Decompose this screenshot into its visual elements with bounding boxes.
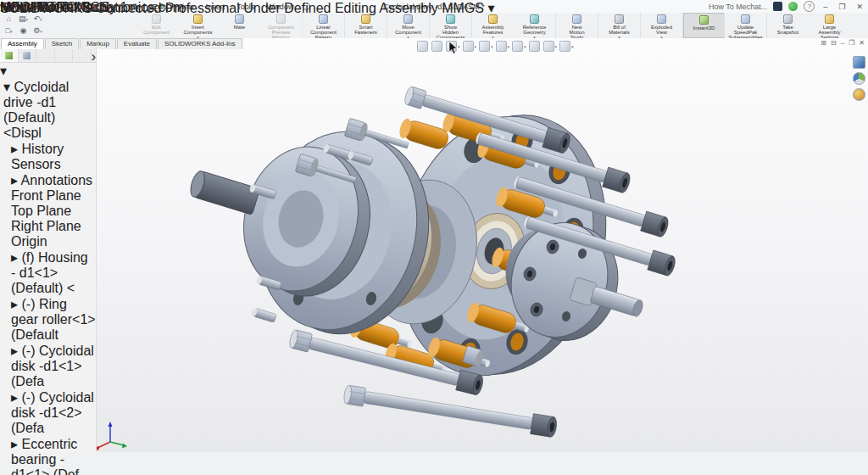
zoom-to-fit-icon[interactable] [417, 41, 429, 52]
section-view-icon[interactable]: ▾ [463, 41, 477, 52]
tree-item[interactable]: ▸ (-) Cycloidal disk -d1<2> (Defa [0, 389, 96, 436]
tree-item[interactable]: ▸ History [0, 141, 96, 157]
new-motion-study-button[interactable]: New Motion Study [556, 13, 598, 38]
propertymanager-icon [23, 52, 31, 59]
panel-tabs-overflow[interactable]: › [92, 49, 96, 62]
mate-button[interactable]: Mate [219, 13, 260, 38]
insert-components-button[interactable]: Insert Components ▾ [177, 13, 219, 38]
status-constraint-state: Under Defined [243, 1, 331, 15]
tab-evaluate[interactable]: Evaluate [117, 38, 157, 49]
update-speedpak-button[interactable]: Update SpeedPak Subassemblies [725, 13, 767, 38]
ribbon-button-icon [741, 14, 750, 24]
ribbon-button-icon [825, 14, 834, 24]
configurationmanager-tab[interactable] [36, 49, 55, 62]
show-hidden-components-button[interactable]: Show Hidden Components [430, 13, 472, 38]
tree-item[interactable]: ▸ (-) Cycloidal disk -d1<1> (Defa [0, 343, 96, 389]
new-document-icon[interactable]: □▾ [2, 25, 16, 37]
view-orientation-icon[interactable]: ▾ [479, 41, 493, 52]
linear-component-pattern-button[interactable]: Linear Component Pattern ▾ [303, 13, 345, 38]
view-settings-icon[interactable]: ▾ [559, 41, 574, 52]
apply-scene-icon[interactable]: ▾ [543, 41, 558, 52]
take-snapshot-button[interactable]: Take Snapshot [767, 13, 809, 38]
expand-arrow-icon[interactable]: ▸ [11, 250, 18, 265]
tree-item[interactable]: ▸ Annotations [0, 172, 96, 188]
ribbon-button-icon [615, 14, 624, 24]
expand-arrow-icon[interactable]: ▸ [11, 173, 18, 187]
tab-solidworks-addins[interactable]: SOLIDWORKS Add-Ins [158, 38, 242, 49]
featuremanager-tree-icon [5, 52, 13, 59]
assembly-features-button[interactable]: Assembly Features ▾ [472, 13, 514, 38]
doc-tile-icon[interactable]: ⊟ [831, 39, 837, 47]
print-icon[interactable]: ◉ [16, 25, 31, 37]
tree-item[interactable]: Front Plane [0, 188, 96, 204]
ribbon-button-icon [530, 14, 539, 24]
tree-filter-row: ▾ [0, 63, 96, 79]
hide-show-items-icon[interactable]: ▾ [512, 41, 526, 52]
propertymanager-tab[interactable] [19, 49, 37, 62]
lifecycle-collaboration-icon[interactable] [853, 72, 865, 85]
tab-assembly[interactable]: Assembly [1, 38, 44, 49]
reference-geometry-button[interactable]: Reference Geometry ▾ [514, 13, 556, 38]
status-units[interactable]: MMGS [442, 1, 484, 15]
tree-item[interactable]: Origin [0, 234, 96, 249]
tree-item[interactable]: Right Plane [0, 219, 96, 234]
zoom-to-area-icon[interactable] [431, 41, 443, 52]
displaymanager-tab[interactable] [73, 49, 92, 62]
help-icon[interactable]: ? [804, 1, 815, 12]
exploded-view-button[interactable]: Exploded View ▾ [641, 13, 683, 38]
featuremanager-tab[interactable] [0, 49, 19, 62]
tab-markup[interactable]: Markup [80, 38, 116, 49]
status-units-dropdown[interactable]: ▾ [487, 1, 494, 15]
panel-tabs: › [0, 49, 96, 63]
mouse-cursor [448, 42, 459, 55]
ribbon-button-icon [572, 14, 581, 24]
marketplace-icon[interactable] [853, 88, 865, 101]
move-component-button[interactable]: Move Component ▾ [387, 13, 430, 38]
tree-item[interactable]: ▸ (f) Housing - d1<1> (Default) < [0, 249, 96, 296]
user-avatar[interactable] [788, 2, 798, 11]
tree-item[interactable]: Top Plane [0, 204, 96, 219]
edit-component-button[interactable]: Edit Component [136, 13, 177, 38]
ribbon-button-icon [657, 14, 666, 24]
dimxpertmanager-tab[interactable] [55, 49, 74, 62]
expand-arrow-icon[interactable]: ▾ [3, 80, 10, 94]
task-pane-strip [852, 56, 866, 101]
graphics-viewport[interactable] [96, 38, 868, 452]
3dexperience-platform-icon[interactable] [853, 56, 865, 69]
minimize-button[interactable]: – [821, 3, 830, 11]
bill-of-materials-button[interactable]: Bill of Materials ▾ [598, 13, 641, 38]
smart-fasteners-button[interactable]: Smart Fasteners [345, 13, 387, 38]
tree-item[interactable]: ▾ Cycloidal drive -d1 (Default) <Displ [0, 79, 96, 141]
expand-arrow-icon[interactable]: ▸ [11, 142, 18, 156]
tree-item[interactable]: ▸ (-) Ring gear roller<1> (Default [0, 296, 96, 343]
command-manager-tabs: AssemblySketchMarkupEvaluateSOLIDWORKS A… [0, 38, 243, 49]
restore-button[interactable]: ❐ [836, 3, 848, 11]
displaymanager-icon [78, 52, 86, 59]
expand-arrow-icon[interactable]: ▸ [11, 390, 18, 405]
doc-minimize-icon[interactable]: – [841, 39, 844, 47]
close-button[interactable]: ✕ [854, 3, 865, 11]
instant3d-button[interactable]: Instant3D [683, 13, 725, 38]
large-assembly-settings-button[interactable]: Large Assembly Settings ▾ [809, 13, 850, 38]
doc-cascade-icon[interactable]: ⊞ [821, 39, 826, 47]
feature-tree: ▾ Cycloidal drive -d1 (Default) <Displ ▸… [0, 79, 96, 475]
tree-item[interactable]: Sensors [0, 157, 96, 172]
ribbon-buttons: Edit Component Insert Components ▾ Mate … [136, 13, 850, 38]
expand-arrow-icon[interactable]: ▸ [11, 344, 18, 358]
expand-arrow-icon[interactable]: ▸ [11, 437, 18, 451]
expand-arrow-icon[interactable]: ▸ [11, 297, 18, 311]
quick-access-toolbar: ⌂ ▤▾ ↶▾ □▾ ◉ ⚙▾ [2, 14, 46, 37]
tree-item[interactable]: ▸ Eccentric bearing - d1<1> (Def [0, 436, 96, 475]
document-window-controls: ⊞⊟–❐✕ [821, 39, 865, 47]
3dexperience-icon[interactable] [773, 2, 782, 11]
user-session-label: How To Mechat... [709, 3, 767, 11]
component-preview-window-button[interactable]: Component Preview Window [260, 13, 303, 38]
display-style-icon[interactable]: ▾ [496, 41, 510, 52]
dimxpertmanager-icon [59, 52, 67, 59]
doc-restore-icon[interactable]: ❐ [849, 39, 854, 47]
options-gear-icon[interactable]: ⚙▾ [31, 25, 45, 37]
heads-up-toolbar: ▾ ▾ ▾ ▾ ▾ ▾ ▾ [414, 40, 577, 53]
edit-appearance-icon[interactable] [529, 41, 541, 52]
doc-close-icon[interactable]: ✕ [859, 39, 865, 47]
tab-sketch[interactable]: Sketch [45, 38, 79, 49]
